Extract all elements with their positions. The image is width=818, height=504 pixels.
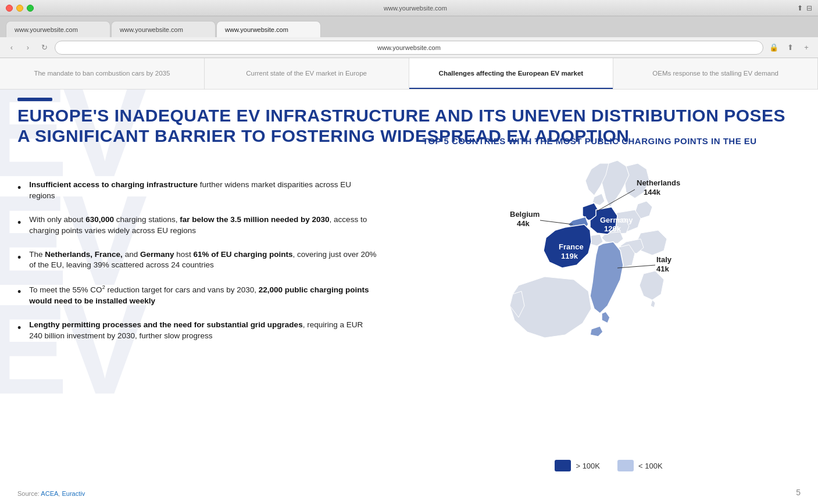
minimize-button[interactable]	[16, 5, 23, 12]
browser-tab-3[interactable]: www.yourwebsite.com	[216, 21, 321, 37]
slide-tabs: The mandate to ban combustion cars by 20…	[0, 58, 818, 90]
browser-tab-2[interactable]: www.yourwebsite.com	[111, 21, 216, 37]
bullet-item-5: • Lengthy permitting processes and the n…	[17, 320, 378, 342]
maximize-button[interactable]	[27, 5, 34, 12]
forward-button[interactable]: ›	[22, 42, 34, 53]
browser-window: www.yourwebsite.com ⬆ ⊟ www.yourwebsite.…	[0, 0, 818, 504]
europe-map: Netherlands 144k Germany 120k France 119…	[411, 152, 806, 454]
browser-tab-1[interactable]: www.yourwebsite.com	[6, 21, 110, 37]
source-line: Source: ACEA, Euractiv	[17, 490, 85, 497]
window-title: www.yourwebsite.com	[34, 5, 797, 12]
bullet-dot-5: •	[17, 321, 21, 335]
map-svg: Netherlands 144k Germany 120k France 119…	[411, 152, 795, 442]
legend-item-dark: > 100K	[555, 460, 600, 471]
source-link-euractiv[interactable]: Euractiv	[62, 490, 85, 497]
legend-label-dark: > 100K	[576, 462, 600, 470]
legend-swatch-light	[617, 460, 634, 471]
address-bar: ‹ › ↻ www.yourwebsite.com 🔒 ⬆ +	[0, 37, 818, 58]
lock-icon: 🔒	[768, 42, 780, 53]
url-input[interactable]: www.yourwebsite.com	[55, 41, 763, 55]
svg-text:119k: 119k	[561, 252, 578, 260]
bullet-item-1: • Insufficient access to charging infras…	[17, 180, 378, 202]
bullet-dot-3: •	[17, 251, 21, 265]
title-bar-right: ⬆ ⊟	[797, 4, 812, 12]
svg-text:144k: 144k	[644, 188, 661, 196]
bullet-text-2: With only about 630,000 charging station…	[29, 215, 378, 237]
svg-line-7	[540, 220, 573, 224]
svg-text:Italy: Italy	[656, 255, 672, 264]
sidebar-icon: ⊟	[806, 4, 812, 12]
traffic-lights	[6, 5, 34, 12]
back-button[interactable]: ‹	[6, 42, 17, 53]
svg-text:41k: 41k	[656, 264, 669, 273]
svg-text:Belgium: Belgium	[510, 210, 540, 219]
slide-tab-1[interactable]: The mandate to ban combustion cars by 20…	[0, 58, 205, 89]
share-button[interactable]: ⬆	[784, 42, 796, 53]
bullet-dot-2: •	[17, 216, 21, 230]
svg-text:Netherlands: Netherlands	[637, 178, 680, 187]
close-button[interactable]	[6, 5, 13, 12]
bullet-text-3: The Netherlands, France, and Germany hos…	[29, 249, 378, 271]
svg-text:France: France	[559, 242, 584, 251]
svg-text:120k: 120k	[604, 224, 621, 233]
slide-tab-2[interactable]: Current state of the EV market in Europe	[205, 58, 409, 89]
page-number: 5	[796, 488, 801, 497]
bullet-item-4: • To meet the 55% CO2 reduction target f…	[17, 284, 378, 306]
bullet-text-4: To meet the 55% CO2 reduction target for…	[29, 284, 378, 306]
title-bar: www.yourwebsite.com ⬆ ⊟	[0, 0, 818, 16]
bullet-item-2: • With only about 630,000 charging stati…	[17, 215, 378, 237]
reload-button[interactable]: ↻	[38, 42, 50, 53]
slide-tab-4[interactable]: OEMs response to the stalling EV demand	[613, 58, 818, 89]
top-accent	[17, 98, 52, 101]
bullets-section: • Insufficient access to charging infras…	[17, 180, 378, 354]
slide-content: EVEVEV Europe's inadequate EV infrastruc…	[0, 90, 818, 504]
source-link-acea[interactable]: ACEA	[41, 490, 58, 497]
legend-swatch-dark	[555, 460, 571, 471]
map-title: Top 5 countries with the most public cha…	[411, 136, 806, 146]
bullet-text-1: Insufficient access to charging infrastr…	[29, 180, 378, 202]
slide-tab-3[interactable]: Challenges affecting the European EV mar…	[409, 58, 614, 89]
svg-text:Germany: Germany	[600, 216, 633, 224]
legend-label-light: < 100K	[638, 462, 663, 470]
bullet-dot-1: •	[17, 181, 21, 195]
map-legend: > 100K < 100K	[411, 460, 806, 471]
browser-tabs: www.yourwebsite.com www.yourwebsite.com …	[0, 16, 818, 37]
bullet-text-5: Lengthy permitting processes and the nee…	[29, 320, 378, 342]
add-tab-button[interactable]: +	[801, 42, 812, 53]
svg-text:44k: 44k	[517, 219, 530, 228]
share-icon: ⬆	[797, 4, 803, 12]
bullet-item-3: • The Netherlands, France, and Germany h…	[17, 249, 378, 271]
map-section: Top 5 countries with the most public cha…	[411, 136, 806, 504]
bullet-dot-4: •	[17, 285, 21, 299]
legend-item-light: < 100K	[617, 460, 663, 471]
